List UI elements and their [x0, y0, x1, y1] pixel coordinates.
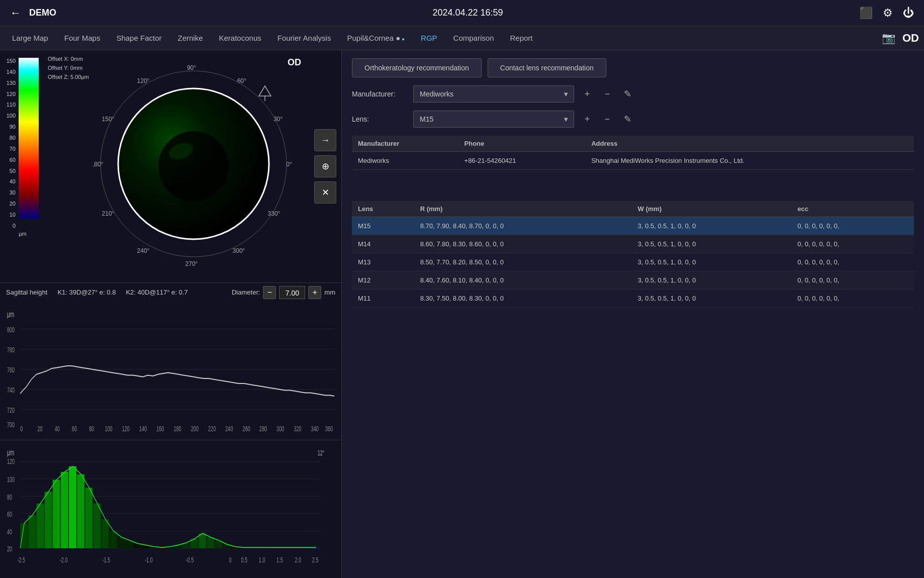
- lens-select[interactable]: M15 M14 M13 M12 M11: [413, 111, 574, 128]
- svg-text:150°: 150°: [102, 116, 114, 123]
- col-manufacturer: Manufacturer: [352, 136, 458, 152]
- lens-ecc-m12: 0, 0, 0, 0, 0, 0,: [791, 271, 914, 290]
- lens-name-m13: M13: [352, 253, 414, 271]
- col-address: Address: [585, 136, 914, 152]
- lens-row-m12[interactable]: M12 8.40, 7.60, 8.10, 8.40, 0, 0, 0 3, 0…: [352, 271, 914, 290]
- manufacturer-select[interactable]: Mediworks: [413, 85, 574, 103]
- manufacturer-edit-button[interactable]: ✎: [620, 87, 634, 101]
- table-row[interactable]: Mediworks +86-21-54260421 Shanghai MediW…: [352, 152, 914, 170]
- row-phone: +86-21-54260421: [458, 152, 586, 170]
- nav-four-maps[interactable]: Four Maps: [57, 30, 108, 46]
- svg-text:12°: 12°: [318, 448, 325, 457]
- svg-rect-74: [101, 519, 109, 548]
- lens-edit-button[interactable]: ✎: [620, 112, 634, 126]
- nav-shape-factor[interactable]: Shape Factor: [109, 30, 168, 46]
- svg-text:0: 0: [20, 425, 23, 433]
- svg-text:180: 180: [174, 425, 181, 433]
- svg-text:-2.5: -2.5: [17, 555, 25, 564]
- ortho-rec-button[interactable]: Orthokeratology recommendation: [352, 58, 482, 77]
- svg-text:360: 360: [325, 425, 333, 433]
- lens-row-m15[interactable]: M15 8.70, 7.90, 8.40, 8.70, 0, 0, 0 3, 0…: [352, 217, 914, 235]
- expand-button[interactable]: ✕: [314, 181, 336, 204]
- histogram-chart: μm 120 100 80 60 40 20 12°: [0, 440, 341, 579]
- manufacturer-select-wrap: Mediworks ▼: [413, 85, 574, 103]
- power-icon[interactable]: ⏻: [903, 7, 914, 20]
- scale-50: 50: [4, 168, 16, 174]
- nav-rgp[interactable]: RGP: [414, 30, 444, 46]
- lens-ecc-m13: 0, 0, 0, 0, 0, 0,: [791, 253, 914, 271]
- lens-name-m15: M15: [352, 217, 414, 235]
- svg-text:20: 20: [37, 425, 42, 433]
- nav-fourier[interactable]: Fourier Analysis: [270, 30, 338, 46]
- eye-od-label: OD: [288, 57, 301, 68]
- move-button[interactable]: ⊕: [314, 155, 336, 177]
- lens-w-m12: 3, 0.5, 0.5, 1, 0, 0, 0: [632, 271, 792, 290]
- svg-text:320: 320: [294, 425, 301, 433]
- svg-text:0°: 0°: [286, 161, 292, 168]
- svg-text:760: 760: [7, 366, 15, 374]
- diameter-plus-button[interactable]: +: [308, 286, 321, 299]
- contact-lens-rec-button[interactable]: Contact lens recommendation: [488, 58, 606, 77]
- svg-text:μm: μm: [7, 448, 14, 457]
- svg-text:0: 0: [229, 555, 231, 564]
- scale-140: 140: [4, 69, 16, 75]
- login-icon[interactable]: ⬛: [859, 7, 873, 20]
- lens-r-m12: 8.40, 7.60, 8.10, 8.40, 0, 0, 0: [414, 271, 632, 290]
- scale-10: 10: [4, 212, 16, 218]
- main-content: 150 140 130 120 110 100 90 80 70 60 50 4…: [0, 50, 924, 578]
- svg-text:100: 100: [7, 475, 15, 484]
- lens-row-m14[interactable]: M14 8.60, 7.80, 8.30, 8.60, 0, 0, 0 3, 0…: [352, 235, 914, 253]
- svg-text:800: 800: [7, 326, 15, 334]
- svg-text:210°: 210°: [102, 210, 114, 217]
- lens-add-button[interactable]: +: [580, 112, 594, 126]
- scale-150: 150: [4, 58, 16, 64]
- nav-keratoconus[interactable]: Keratoconus: [212, 30, 268, 46]
- svg-text:220: 220: [208, 425, 216, 433]
- svg-rect-64: [20, 523, 28, 548]
- svg-rect-76: [118, 537, 125, 548]
- svg-text:240: 240: [225, 425, 233, 433]
- nav-od-label[interactable]: OD: [902, 32, 919, 45]
- nav-zernike[interactable]: Zernike: [170, 30, 210, 46]
- svg-text:300: 300: [276, 425, 284, 433]
- lens-r-m11: 8.30, 7.50, 8.00, 8.30, 0, 0, 0: [414, 290, 632, 308]
- diameter-control: Diameter: − 7.00 + mm: [232, 286, 335, 299]
- lens-ecc-m14: 0, 0, 0, 0, 0, 0,: [791, 235, 914, 253]
- nav-large-map[interactable]: Large Map: [5, 30, 55, 46]
- scale-100: 100: [4, 113, 16, 119]
- lens-row-m11[interactable]: M11 8.30, 7.50, 8.00, 8.30, 0, 0, 0 3, 0…: [352, 290, 914, 308]
- camera-icon[interactable]: 📷: [882, 32, 895, 45]
- lens-col-lens: Lens: [352, 201, 414, 217]
- svg-text:0.5: 0.5: [241, 555, 248, 564]
- lens-w-m15: 3, 0.5, 0.5, 1, 0, 0, 0: [632, 217, 792, 235]
- back-button[interactable]: ←: [10, 7, 21, 20]
- scale-110: 110: [4, 102, 16, 108]
- svg-text:80: 80: [89, 425, 94, 433]
- nav-report[interactable]: Report: [503, 30, 539, 46]
- histogram-svg: μm 120 100 80 60 40 20 12°: [6, 444, 335, 574]
- lens-r-m15: 8.70, 7.90, 8.40, 8.70, 0, 0, 0: [414, 217, 632, 235]
- lens-row-m13[interactable]: M13 8.50, 7.70, 8.20, 8.50, 0, 0, 0 3, 0…: [352, 253, 914, 271]
- nav-comparison[interactable]: Comparison: [446, 30, 501, 46]
- arrow-right-button[interactable]: →: [314, 129, 336, 151]
- scale-unit: μm: [3, 231, 43, 237]
- svg-rect-69: [61, 471, 68, 548]
- lens-remove-button[interactable]: −: [600, 112, 614, 126]
- color-scale: 150 140 130 120 110 100 90 80 70 60 50 4…: [0, 50, 45, 282]
- svg-rect-68: [53, 479, 60, 548]
- charts-area: μm 800 780 760 740 720 700 0 2: [0, 302, 341, 578]
- header: ← DEMO 2024.04.22 16:59 ⬛ ⚙ ⏻: [0, 0, 924, 26]
- diameter-minus-button[interactable]: −: [263, 286, 276, 299]
- svg-text:1.5: 1.5: [276, 555, 283, 564]
- settings-icon[interactable]: ⚙: [883, 7, 893, 20]
- svg-text:40: 40: [55, 425, 60, 433]
- manufacturer-remove-button[interactable]: −: [600, 87, 614, 101]
- col-phone: Phone: [458, 136, 586, 152]
- diameter-value: 7.00: [279, 286, 305, 299]
- nav-pupil-cornea[interactable]: Pupil&Cornea ●: [340, 30, 412, 46]
- manufacturer-add-button[interactable]: +: [580, 87, 594, 101]
- svg-text:740: 740: [7, 386, 15, 395]
- svg-text:120: 120: [7, 457, 15, 466]
- k2-value: K2: 40D@117° e: 0.7: [126, 288, 188, 296]
- right-panel: Orthokeratology recommendation Contact l…: [342, 50, 924, 578]
